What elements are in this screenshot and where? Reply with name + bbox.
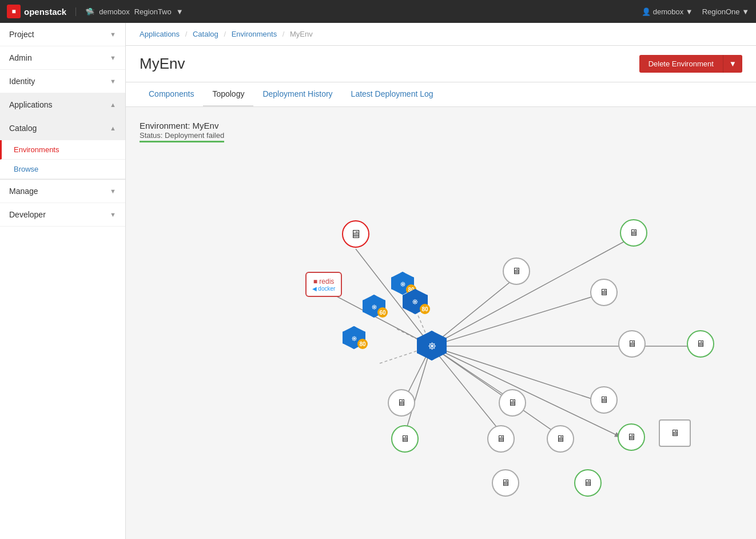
node-server-bc1[interactable]: 🖥 xyxy=(499,389,526,417)
chevron-down-icon: ▼ xyxy=(110,54,116,61)
tab-topology[interactable]: Topology xyxy=(203,82,253,107)
page-header: MyEnv Delete Environment ▼ xyxy=(126,46,756,82)
user-menu[interactable]: 👤 demobox ▼ xyxy=(642,7,693,16)
chevron-down-icon: ▼ xyxy=(110,78,116,85)
sidebar-item-browse[interactable]: Browse xyxy=(0,160,125,179)
topology-content: Environment: MyEnv Status: Deployment fa… xyxy=(126,107,756,520)
chevron-down-icon: ▼ xyxy=(686,7,693,16)
svg-line-8 xyxy=(431,346,563,438)
tab-deployment-history[interactable]: Deployment History xyxy=(253,82,341,107)
region-menu[interactable]: RegionOne ▼ xyxy=(702,7,749,16)
node-main[interactable]: 🖥 xyxy=(342,220,369,248)
navbar-right: 👤 demobox ▼ RegionOne ▼ xyxy=(642,7,749,16)
brand-icon: ■ xyxy=(7,5,21,18)
node-server-b2[interactable]: 🖥 xyxy=(547,425,574,453)
tab-latest-log[interactable]: Latest Deployment Log xyxy=(342,82,443,107)
action-buttons: Delete Environment ▼ xyxy=(639,55,742,73)
node-circle-server-b1: 🖥 xyxy=(487,425,515,453)
node-k8s-central[interactable]: ⎈ xyxy=(417,331,447,360)
sidebar-item-developer[interactable]: Developer ▼ xyxy=(0,203,125,227)
user-icon: 👤 xyxy=(642,7,651,16)
node-circle-redis: ■ redis ◀ docker xyxy=(305,272,342,297)
node-server-r1[interactable]: 🖥 xyxy=(590,279,618,306)
breadcrumb-sep: / xyxy=(224,30,226,38)
env-info: Environment: MyEnv Status: Deployment fa… xyxy=(140,121,742,142)
node-circle-server-tr2: 🖥 xyxy=(620,219,647,247)
sidebar-item-project[interactable]: Project ▼ xyxy=(0,23,125,46)
node-server-bl1[interactable]: 🖥 xyxy=(388,389,415,417)
brand-text: openstack xyxy=(24,7,66,17)
node-server-vbl[interactable]: 🖥 xyxy=(492,469,519,497)
sidebar-item-environments[interactable]: Environments xyxy=(0,140,125,160)
badge-k8s-4: 80 xyxy=(420,304,430,314)
badge-k8s-2: 60 xyxy=(377,307,388,318)
node-server-tr1[interactable]: 🖥 xyxy=(503,257,530,285)
node-server-fbl[interactable]: 🖥 xyxy=(391,425,419,453)
node-circle-server-tr1: 🖥 xyxy=(503,257,530,285)
sidebar-item-applications[interactable]: Applications ▲ xyxy=(0,93,125,117)
page-title: MyEnv xyxy=(140,55,185,73)
sidebar-item-label: Admin xyxy=(9,53,32,62)
badge-k8s-3: 80 xyxy=(357,339,368,349)
sidebar-item-label: Catalog xyxy=(9,124,37,133)
env-name: Environment: MyEnv xyxy=(140,121,742,130)
layout: Project ▼ Admin ▼ Identity ▼ Application… xyxy=(0,23,756,539)
chevron-down-icon: ▼ xyxy=(176,7,184,16)
node-server-vbg[interactable]: 🖥 xyxy=(574,469,602,497)
region-name: RegionTwo xyxy=(134,7,172,16)
region-selector[interactable]: 🛸 demobox RegionTwo ▼ xyxy=(75,7,183,16)
node-server-tr2[interactable]: 🖥 xyxy=(620,219,647,247)
node-server-r3[interactable]: 🖥 xyxy=(687,330,714,358)
sidebar-item-identity[interactable]: Identity ▼ xyxy=(0,70,125,93)
instance-name: demobox xyxy=(99,7,129,16)
sidebar-item-label: Applications xyxy=(9,100,53,109)
delete-environment-dropdown[interactable]: ▼ xyxy=(723,55,742,73)
breadcrumb-sep: / xyxy=(282,30,285,38)
node-circle-server-frb: 🖥 xyxy=(659,419,691,447)
sidebar-item-catalog[interactable]: Catalog ▲ xyxy=(0,117,125,140)
node-k8s-2[interactable]: ⎈ 60 xyxy=(363,295,385,318)
region-label: RegionOne xyxy=(702,7,740,16)
svg-line-2 xyxy=(431,294,603,346)
tabs-bar: Components Topology Deployment History L… xyxy=(126,82,756,107)
topology-svg xyxy=(140,152,742,506)
node-server-brg[interactable]: 🖥 xyxy=(618,423,645,451)
node-circle-server-bc1: 🖥 xyxy=(499,389,526,417)
sidebar-item-admin[interactable]: Admin ▼ xyxy=(0,46,125,70)
node-circle-server-vbl: 🖥 xyxy=(492,469,519,497)
breadcrumb-applications[interactable]: Applications xyxy=(140,30,180,38)
sidebar-item-label: Manage xyxy=(9,187,38,196)
delete-environment-button[interactable]: Delete Environment xyxy=(639,55,723,73)
node-circle-server-brg: 🖥 xyxy=(618,423,645,451)
node-circle-server-r3: 🖥 xyxy=(687,330,714,358)
breadcrumb-catalog[interactable]: Catalog xyxy=(193,30,218,38)
chevron-down-icon: ▼ xyxy=(110,188,116,195)
node-server-frb[interactable]: 🖥 xyxy=(659,419,691,447)
sidebar-item-label: Project xyxy=(9,30,34,39)
node-circle-server-r2: 🖥 xyxy=(618,330,646,358)
node-k8s-4[interactable]: ⎈ 80 xyxy=(403,289,428,314)
chevron-down-icon: ▼ xyxy=(110,211,116,218)
node-server-r2[interactable]: 🖥 xyxy=(618,330,646,358)
sidebar-item-manage[interactable]: Manage ▼ xyxy=(0,180,125,203)
node-circle-server-br1: 🖥 xyxy=(590,386,618,414)
chevron-down-icon: ▼ xyxy=(742,7,749,16)
node-circle-server-r1: 🖥 xyxy=(590,279,618,306)
node-circle-server-fbl: 🖥 xyxy=(391,425,419,453)
node-server-b1[interactable]: 🖥 xyxy=(487,425,515,453)
sidebar: Project ▼ Admin ▼ Identity ▼ Application… xyxy=(0,23,126,539)
tab-components[interactable]: Components xyxy=(140,82,203,107)
server-icon: 🛸 xyxy=(85,7,94,16)
chevron-down-icon: ▼ xyxy=(110,31,116,38)
node-circle-server-bl1: 🖥 xyxy=(388,389,415,417)
node-redis[interactable]: ■ redis ◀ docker xyxy=(305,272,342,297)
breadcrumb-environments[interactable]: Environments xyxy=(232,30,277,38)
brand[interactable]: ■ openstack xyxy=(7,5,66,18)
node-circle-main: 🖥 xyxy=(342,220,369,248)
node-k8s-3[interactable]: ⎈ 80 xyxy=(343,326,365,349)
sidebar-item-label: Identity xyxy=(9,77,35,86)
node-server-br1[interactable]: 🖥 xyxy=(590,386,618,414)
chevron-up-icon: ▲ xyxy=(110,125,116,132)
breadcrumb-sep: / xyxy=(185,30,188,38)
node-circle-server-vbg: 🖥 xyxy=(574,469,602,497)
